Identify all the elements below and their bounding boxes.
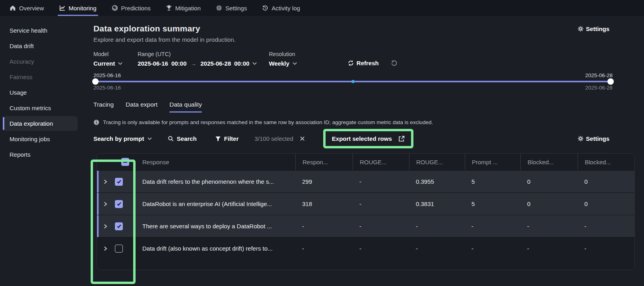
selected-count: 3/100 selected	[254, 135, 293, 142]
model-control: Model Current	[93, 51, 122, 67]
cell-value: -	[353, 171, 409, 193]
chevron-down-icon	[118, 62, 122, 65]
response-cell: There are several ways to deploy a DataR…	[136, 215, 295, 237]
cell-value: 0	[520, 193, 578, 215]
table-row[interactable]: DataRobot is an enterprise AI (Artificia…	[97, 193, 634, 215]
column-header-prompt[interactable]: Prompt ...	[465, 154, 520, 170]
nav-item-monitoring[interactable]: Monitoring	[59, 0, 97, 16]
page-settings-button[interactable]: Settings	[578, 25, 609, 32]
search-icon	[168, 136, 174, 142]
external-link-icon	[398, 136, 405, 142]
sidebar-item-data-drift[interactable]: Data drift	[3, 39, 78, 53]
tab-data-quality[interactable]: Data quality	[169, 101, 202, 113]
search-by-prompt-select[interactable]: Search by prompt	[93, 135, 152, 142]
chevron-right-icon[interactable]	[103, 201, 108, 207]
select-all-checkbox[interactable]	[121, 158, 129, 166]
nav-item-settings[interactable]: Settings	[216, 0, 247, 16]
tab-data-export[interactable]: Data export	[126, 101, 157, 113]
nav-item-label: Predictions	[121, 5, 151, 12]
cell-value: -	[578, 215, 634, 237]
resolution-control: Resolution Weekly	[269, 51, 297, 67]
range-control: Range (UTC) 2025-06-16 00:00 → 2025-06-2…	[138, 51, 257, 67]
sidebar-item-reports[interactable]: Reports	[3, 147, 78, 162]
cell-value: -	[409, 237, 465, 259]
nav-item-overview[interactable]: Overview	[10, 0, 44, 16]
search-button[interactable]: Search	[168, 135, 197, 142]
sidebar-item-fairness[interactable]: Fairness	[3, 70, 78, 84]
tab-tracing[interactable]: Tracing	[93, 101, 114, 113]
slider-left-handle[interactable]	[92, 78, 99, 85]
row-checkbox[interactable]	[115, 178, 123, 186]
column-header-response[interactable]: Response	[136, 154, 295, 170]
cell-value: 0.3955	[409, 171, 465, 193]
chevron-right-icon[interactable]	[103, 179, 108, 185]
cell-value: -	[520, 215, 578, 237]
sidebar-item-accuracy[interactable]: Accuracy	[3, 54, 78, 69]
cell-value: -	[295, 237, 353, 259]
sidebar-item-custom-metrics[interactable]: Custom metrics	[3, 101, 78, 115]
column-header-response-tokens[interactable]: Respon...	[295, 154, 353, 170]
response-cell: DataRobot is an enterprise AI (Artificia…	[136, 193, 295, 215]
export-label: Export selected rows	[332, 135, 392, 142]
nav-item-mitigation[interactable]: Mitigation	[166, 0, 201, 16]
sidebar-item-service-health[interactable]: Service health	[3, 23, 78, 38]
resolution-label: Resolution	[269, 51, 297, 57]
time-range-slider: 2025-06-16 2025-06-28 2025-06-16 2025-06…	[93, 72, 613, 91]
line-chart-icon	[59, 5, 66, 11]
column-header-blocked-2[interactable]: Blocked...	[578, 154, 634, 170]
sidebar-item-monitoring-jobs[interactable]: Monitoring jobs	[3, 132, 78, 146]
nav-item-label: Activity log	[272, 5, 300, 12]
range-end-date: 2025-06-28	[200, 60, 231, 67]
settings-label: Settings	[586, 135, 609, 142]
range-select[interactable]: 2025-06-16 00:00 → 2025-06-28 00:00	[138, 60, 257, 67]
table-row[interactable]: Data drift (also known as concept drift)…	[97, 237, 634, 259]
nav-item-activity-log[interactable]: Activity log	[262, 0, 300, 16]
response-cell: Data drift refers to the phenomenon wher…	[136, 171, 295, 193]
clear-selection-button[interactable]	[300, 136, 305, 141]
filter-label: Filter	[224, 135, 239, 142]
filter-button[interactable]: Filter	[215, 135, 239, 142]
chevron-down-icon	[147, 137, 152, 140]
cell-value: 5	[465, 193, 520, 215]
content-tabs: Tracing Data export Data quality	[93, 101, 644, 113]
model-value: Current	[93, 60, 115, 67]
search-label: Search	[177, 135, 197, 142]
row-checkbox[interactable]	[115, 222, 123, 230]
reset-range-button[interactable]	[391, 60, 398, 66]
slider-right-bottom-label: 2025-06-28	[585, 85, 613, 91]
table-row[interactable]: Data drift refers to the phenomenon wher…	[97, 170, 634, 193]
cell-value: 0	[578, 171, 634, 193]
page-title: Data exploration summary	[93, 24, 236, 33]
range-end-time: 00:00	[234, 60, 249, 67]
slider-right-handle[interactable]	[607, 78, 614, 85]
page-subtitle: Explore and export data from the model i…	[93, 36, 236, 43]
column-header-blocked-1[interactable]: Blocked...	[520, 154, 578, 170]
info-banner: Tracing is only available for prompts an…	[93, 119, 644, 125]
column-header-rouge-2[interactable]: ROUGE...	[409, 154, 465, 170]
range-start-date: 2025-06-16	[138, 60, 168, 67]
table-row[interactable]: There are several ways to deploy a DataR…	[97, 215, 634, 237]
resolution-select[interactable]: Weekly	[269, 60, 297, 67]
gear-icon	[578, 26, 584, 32]
top-nav: Overview Monitoring Predictions Mitigati…	[0, 0, 644, 16]
cell-value: 0	[520, 171, 578, 193]
nav-item-predictions[interactable]: Predictions	[112, 0, 151, 16]
arrow-right-icon: →	[190, 60, 197, 67]
model-label: Model	[93, 51, 122, 57]
refresh-button[interactable]: Refresh	[348, 60, 379, 66]
cell-value: -	[409, 215, 465, 237]
cell-value: 318	[295, 193, 353, 215]
row-checkbox[interactable]	[115, 245, 123, 253]
model-select[interactable]: Current	[93, 60, 122, 67]
column-header-rouge-1[interactable]: ROUGE...	[353, 154, 409, 170]
slider-week-marker[interactable]	[351, 80, 355, 83]
sidebar-item-usage[interactable]: Usage	[3, 85, 78, 100]
row-checkbox[interactable]	[115, 200, 123, 208]
chevron-right-icon[interactable]	[103, 224, 108, 229]
sidebar-item-data-exploration[interactable]: Data exploration	[3, 116, 78, 131]
export-selected-rows-button[interactable]: Export selected rows	[326, 131, 411, 146]
search-by-label: Search by prompt	[93, 135, 144, 142]
table-settings-button[interactable]: Settings	[578, 135, 609, 142]
cell-value: -	[353, 237, 409, 259]
chevron-right-icon[interactable]	[103, 246, 108, 251]
